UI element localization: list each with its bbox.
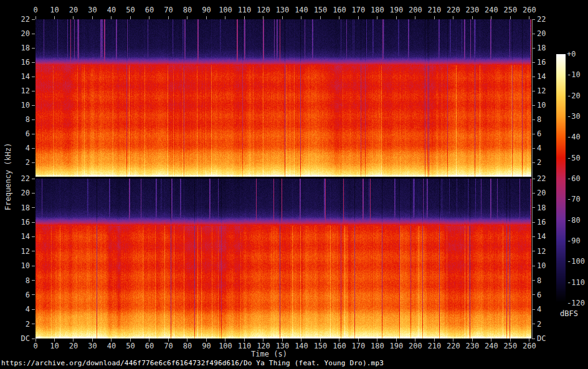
db-tick-label: -90 xyxy=(567,237,581,245)
time-tick-label: 40 xyxy=(107,6,116,14)
freq-tick-left xyxy=(32,179,35,179)
time-tick-top xyxy=(510,16,511,19)
time-tick-label: 150 xyxy=(314,6,328,14)
time-tick-label: 180 xyxy=(371,342,384,350)
time-tick-label: 80 xyxy=(183,342,192,350)
time-tick-top xyxy=(358,16,359,19)
time-tick-label: 20 xyxy=(69,342,78,350)
freq-tick-left xyxy=(32,251,35,251)
freq-tick-label: 12 xyxy=(537,247,546,255)
freq-tick-label: 14 xyxy=(0,73,30,81)
time-tick-label: 100 xyxy=(219,6,232,14)
freq-tick-label: 22 xyxy=(0,16,30,24)
time-tick-top xyxy=(529,16,529,19)
freq-tick-label: 16 xyxy=(537,218,546,227)
time-tick-label: 50 xyxy=(126,342,135,350)
db-tick-label: -20 xyxy=(567,91,581,100)
freq-tick-left xyxy=(32,266,35,266)
time-tick-top xyxy=(434,16,435,19)
time-tick-label: 230 xyxy=(466,342,480,350)
freq-dc-label: DC xyxy=(537,335,546,343)
freq-tick-label: 22 xyxy=(0,175,30,183)
freq-tick-label: 8 xyxy=(0,276,30,284)
freq-tick-left xyxy=(32,207,35,208)
freq-tick-left xyxy=(32,77,35,77)
time-tick-label: 240 xyxy=(485,342,498,350)
db-tick-label: +0 xyxy=(567,50,576,58)
time-tick-label: 140 xyxy=(295,342,308,350)
time-tick-label: 260 xyxy=(523,342,536,350)
time-tick-label: 90 xyxy=(202,6,211,14)
time-tick-label: 50 xyxy=(126,6,135,14)
time-tick-label: 190 xyxy=(390,342,404,350)
time-tick-label: 140 xyxy=(295,6,308,14)
time-tick-label: 0 xyxy=(33,342,37,350)
right-axis-spine xyxy=(532,19,533,339)
time-tick-label: 10 xyxy=(50,342,59,350)
freq-tick-left xyxy=(32,19,35,20)
time-tick-label: 240 xyxy=(485,6,498,14)
freq-tick-left xyxy=(32,294,35,295)
file-url: https://archive.org/download/446f776e6c6… xyxy=(1,359,384,367)
time-tick-label: 250 xyxy=(504,6,518,14)
time-tick-top xyxy=(301,16,301,19)
time-tick-label: 220 xyxy=(447,342,460,350)
time-tick-top xyxy=(187,16,187,19)
time-tick-label: 100 xyxy=(219,342,232,350)
db-tick-label: -80 xyxy=(567,216,581,224)
x-axis-title: Time (s) xyxy=(251,350,287,358)
freq-tick-label: 14 xyxy=(537,233,546,241)
freq-tick-left xyxy=(32,193,35,194)
freq-tick-left xyxy=(32,309,35,310)
freq-tick-label: 16 xyxy=(0,218,30,227)
time-tick-label: 80 xyxy=(183,6,192,14)
freq-tick-label: 8 xyxy=(0,116,30,124)
time-tick-label: 150 xyxy=(314,342,328,350)
colorbar-gradient xyxy=(556,54,566,303)
db-tick-label: -100 xyxy=(567,258,585,266)
time-tick-top xyxy=(491,16,491,19)
time-tick-top xyxy=(111,16,111,19)
freq-tick-left xyxy=(32,280,35,281)
time-tick-label: 170 xyxy=(352,342,366,350)
freq-tick-left xyxy=(32,162,35,163)
time-tick-label: 60 xyxy=(145,6,154,14)
time-tick-top xyxy=(415,16,415,19)
freq-tick-label: 14 xyxy=(0,233,30,241)
time-tick-top xyxy=(282,16,283,19)
freq-tick-label: 10 xyxy=(537,101,546,110)
spectrogram-channel-1 xyxy=(36,19,531,177)
time-tick-label: 70 xyxy=(164,6,173,14)
time-tick-label: 120 xyxy=(257,6,270,14)
time-tick-label: 70 xyxy=(164,342,173,350)
time-tick-label: 160 xyxy=(333,342,346,350)
freq-tick-label: 18 xyxy=(0,203,30,212)
time-tick-label: 130 xyxy=(276,6,290,14)
time-tick-label: 210 xyxy=(428,6,442,14)
freq-tick-label: 6 xyxy=(0,291,30,299)
db-tick-label: -120 xyxy=(567,299,585,307)
freq-tick-label: 12 xyxy=(0,247,30,255)
time-tick-label: 10 xyxy=(50,6,59,14)
freq-tick-label: 4 xyxy=(537,306,541,314)
db-tick-label: -50 xyxy=(567,154,581,162)
time-tick-label: 110 xyxy=(238,6,252,14)
freq-tick-left xyxy=(32,236,35,237)
time-tick-top xyxy=(339,16,339,19)
freq-tick-left xyxy=(32,105,35,106)
time-tick-label: 250 xyxy=(504,342,518,350)
freq-tick-label: 20 xyxy=(537,30,546,38)
freq-tick-label: 2 xyxy=(0,159,30,167)
freq-tick-label: 10 xyxy=(537,262,546,270)
time-tick-label: 200 xyxy=(409,342,422,350)
time-tick-top xyxy=(92,16,93,19)
freq-tick-left xyxy=(32,91,35,91)
freq-tick-label: 4 xyxy=(0,144,30,152)
freq-tick-label: 22 xyxy=(537,16,546,24)
time-tick-top xyxy=(396,16,397,19)
db-tick-label: -70 xyxy=(567,195,581,203)
time-tick-label: 30 xyxy=(88,6,97,14)
freq-tick-left xyxy=(32,119,35,120)
db-tick-label: -10 xyxy=(567,71,581,79)
time-tick-top xyxy=(453,16,453,19)
